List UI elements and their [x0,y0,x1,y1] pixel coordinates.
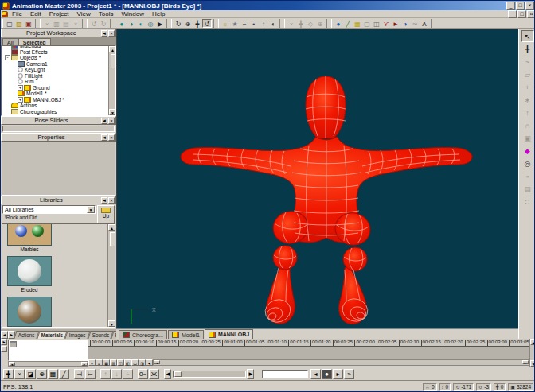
menu-window[interactable]: Window [117,10,147,17]
timeline-split-icon[interactable] [1,346,7,352]
show-bones-icon[interactable]: ↑ [259,19,268,28]
render-wireframe-icon[interactable]: ◐ [136,19,146,28]
panel-close-icon[interactable]: × [108,134,115,141]
tree-item-objects[interactable]: -Objects * [2,55,108,61]
timeline-view-button[interactable]: ◫ [117,359,124,366]
key-filter-icon[interactable]: ▦ [48,369,58,379]
slider-right-icon[interactable]: ► [247,369,254,379]
library-item-eroded[interactable]: Eroded [6,256,53,293]
tree-item-post-effects[interactable]: Post Effects [2,49,108,56]
slider-thumb[interactable] [174,371,182,377]
play-range-icon[interactable]: ► [391,19,400,28]
maximize-button[interactable]: □ [516,2,525,10]
scroll-up-icon[interactable]: ▲ [530,339,535,345]
timeline-ruler[interactable]: 00:00:0000:00:0500:00:1000:00:1500:00:20… [88,339,529,347]
scroll-thumb[interactable] [110,232,115,246]
frame-input[interactable] [262,370,308,378]
new-file-icon[interactable]: ▢ [5,19,14,28]
prev-keyframe-icon[interactable]: ⊣ [74,369,84,379]
doc-tab-model1[interactable]: Model1 [168,330,204,339]
timeline-scrollbar[interactable]: ◄ ► [153,359,529,366]
tree-item-model1[interactable]: Model1 * [2,91,108,97]
select-tool-icon[interactable]: ↖ [521,30,534,42]
scroll-down-icon[interactable]: ▼ [108,320,115,327]
refresh-view-icon[interactable]: ↺ [202,19,212,28]
scroll-right-icon[interactable]: ► [522,360,529,364]
scroll-up-icon[interactable]: ▲ [109,46,116,52]
timeline-view-button[interactable]: ▥ [110,359,117,366]
tree-item-keylight[interactable]: KeyLight [2,67,108,73]
timeline-view-button[interactable]: ◨ [139,359,146,366]
timeline-view-button[interactable]: ▭ [131,359,139,366]
font-tool-icon[interactable]: A [420,19,429,28]
show-bias-icon[interactable]: ★ [230,19,240,28]
tree-item-choreographies[interactable]: Choreographies [2,109,108,115]
step-back-icon[interactable]: ◂ [310,369,321,379]
timeline-view-button[interactable]: ≡ [96,359,103,366]
timeline-vscrollbar[interactable]: ▲ ▼ [529,339,535,367]
panel-close-icon[interactable]: × [108,118,115,124]
tree-item-filllight[interactable]: FillLight [2,73,108,80]
progressive-render-icon[interactable]: ▶ [155,19,165,28]
timeline-view-button[interactable]: ◄ [146,359,153,366]
rotate-manipulator-icon[interactable]: ◪ [25,369,36,379]
menu-file[interactable]: File [8,10,26,17]
link-mode-icon[interactable]: ∞ [410,19,420,28]
scroll-right-icon[interactable]: ► [81,362,88,366]
library-scrollbar[interactable]: ▲ ▼ [107,224,115,327]
move-view-icon[interactable]: ╋ [193,19,202,28]
group-tool-icon[interactable]: ╋ [521,43,534,55]
panel-collapse-icon[interactable]: ◄ [101,118,107,124]
timeline-view-button[interactable]: ▦ [103,359,110,366]
frame-slider[interactable] [173,371,246,378]
timeline-list-scrollbar[interactable]: ◄ ► [8,361,88,367]
panel-close-icon[interactable]: × [108,30,115,37]
skeletal-mode-icon[interactable]: ╱ [59,369,69,379]
timeline-view-button[interactable]: ▼ [88,359,96,366]
slider-left-icon[interactable]: ◄ [164,369,171,379]
timeline-pin-icon[interactable]: ▸ [1,339,7,345]
timeline-item-list[interactable] [8,340,88,361]
group-mode-icon[interactable]: ◫ [372,19,381,28]
tab-sounds[interactable]: Sounds [88,331,114,339]
tab-images[interactable]: Images [64,331,90,339]
cel-shade-icon[interactable]: ▢ [362,19,372,28]
sound-toggle-icon[interactable]: ◖ [268,19,278,28]
expander-icon[interactable]: + [18,85,23,91]
scroll-left-icon[interactable]: ◄ [154,360,160,364]
flip-tool-icon[interactable]: ◆ [521,145,534,157]
foot-right[interactable] [339,266,367,324]
scroll-left-icon[interactable]: ◄ [9,362,15,366]
timeline-track[interactable] [88,347,529,359]
menu-tools[interactable]: Tools [95,10,118,17]
render-shaded-icon[interactable]: ◑ [127,19,136,28]
tab-selected[interactable]: Selected [18,38,51,45]
figure-mode-icon[interactable]: ϒ [381,19,391,28]
mannequin-model[interactable]: X [117,29,519,329]
pose-slider-track[interactable] [2,126,115,132]
minimize-button[interactable]: _ [506,2,515,10]
nudge-icon[interactable]: ╋ [3,369,14,379]
save-file-icon[interactable]: ▣ [24,19,33,28]
child-close-button[interactable]: × [527,10,535,18]
doc-tab-choreogra[interactable]: Choreogra... [119,330,167,339]
show-decals-icon[interactable]: ▪ [249,19,259,28]
render-bound-icon[interactable]: ● [117,19,127,28]
panel-collapse-icon[interactable]: ◄ [101,134,107,141]
child-minimize-button[interactable]: _ [508,10,517,18]
library-up-button[interactable]: Up [97,205,115,223]
open-folder-icon[interactable]: ▨ [14,19,24,28]
timeline-view-button[interactable]: ◧ [124,359,131,366]
render-final-icon[interactable]: ◎ [146,19,155,28]
draw-mode-icon[interactable]: ╱ [343,19,353,28]
expander-icon[interactable]: + [18,97,23,103]
tree-scrollbar[interactable]: ▲ ▼ [108,46,115,115]
tab-scroll-left-icon[interactable]: ◄ [1,331,8,339]
jump-end-icon[interactable]: » [344,369,354,379]
panel-close-icon[interactable]: × [108,197,115,204]
scale-manipulator-icon[interactable]: × [14,369,25,379]
tab-all[interactable]: All [2,38,18,45]
tree-item-manni-obj[interactable]: +MANNI.OBJ * [2,97,108,103]
scroll-down-icon[interactable]: ▼ [109,109,116,115]
menu-help[interactable]: Help [148,10,169,17]
